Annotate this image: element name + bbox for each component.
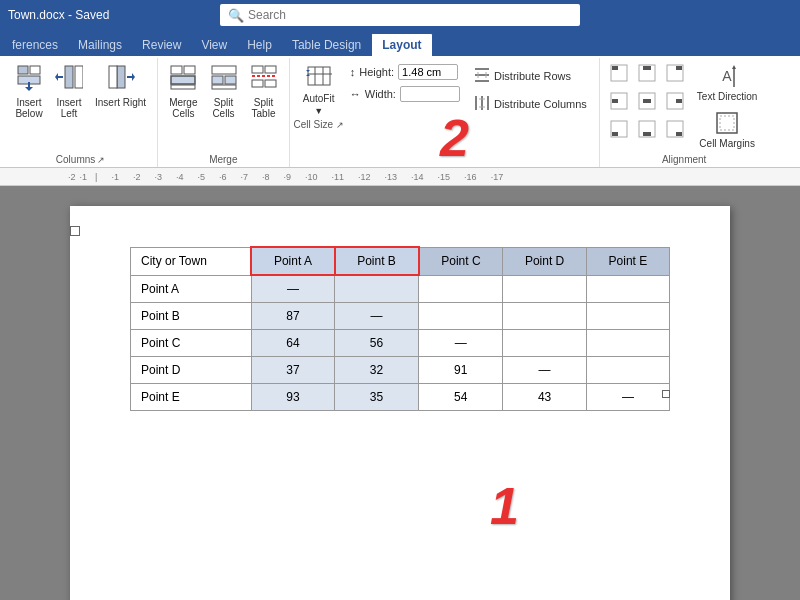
tab-bar: ferences Mailings Review View Help Table… <box>0 30 800 56</box>
svg-rect-64 <box>720 116 734 130</box>
table-cell[interactable]: 64 <box>251 330 334 357</box>
table-cell[interactable]: 37 <box>251 357 334 384</box>
merge-group-label: Merge <box>209 152 237 165</box>
table-row: Point A— <box>131 275 670 303</box>
insert-right-button[interactable]: Insert Right <box>90 60 151 111</box>
align-top-center[interactable] <box>634 60 660 86</box>
svg-rect-45 <box>643 66 651 70</box>
table-cell[interactable]: Point C <box>131 330 252 357</box>
table-resize-handle[interactable] <box>662 390 670 398</box>
cell-size-group-label: Cell Size ↗ <box>294 119 344 130</box>
height-label: Height: <box>359 66 394 78</box>
tab-view[interactable]: View <box>191 34 237 56</box>
table-cell[interactable] <box>503 275 587 303</box>
tab-layout[interactable]: Layout <box>371 33 432 56</box>
svg-rect-15 <box>171 76 195 84</box>
svg-rect-59 <box>676 132 682 136</box>
table-cell[interactable] <box>586 303 669 330</box>
table-cell[interactable]: 56 <box>335 330 419 357</box>
table-cell[interactable] <box>419 275 503 303</box>
merge-buttons: MergeCells SplitCells <box>164 60 282 152</box>
merge-cells-button[interactable]: MergeCells <box>164 60 202 122</box>
width-input[interactable] <box>400 86 460 102</box>
search-input[interactable] <box>248 8 572 22</box>
table-cell[interactable]: 43 <box>503 384 587 411</box>
table-row: Point B87— <box>131 303 670 330</box>
insert-left-button[interactable]: InsertLeft <box>50 60 88 122</box>
align-middle-center[interactable] <box>634 88 660 114</box>
table-cell[interactable]: 87 <box>251 303 334 330</box>
cell-margins-button[interactable]: Cell Margins <box>692 107 763 152</box>
align-middle-right[interactable] <box>662 88 688 114</box>
split-table-label: SplitTable <box>252 97 276 119</box>
tab-references[interactable]: ferences <box>2 34 68 56</box>
table-cell[interactable]: 32 <box>335 357 419 384</box>
table-cell[interactable] <box>503 303 587 330</box>
table-cell[interactable]: — <box>503 357 587 384</box>
table-cell[interactable]: — <box>586 384 669 411</box>
search-box[interactable]: 🔍 <box>220 4 580 26</box>
svg-rect-9 <box>117 66 125 88</box>
table-cell[interactable] <box>586 357 669 384</box>
svg-marker-12 <box>132 73 135 81</box>
table-cell[interactable]: — <box>251 275 334 303</box>
tab-mailings[interactable]: Mailings <box>68 34 132 56</box>
table-cell[interactable]: — <box>335 303 419 330</box>
distribute-rows-icon <box>474 67 490 85</box>
table-cell[interactable] <box>503 330 587 357</box>
svg-rect-53 <box>676 99 682 103</box>
tab-review[interactable]: Review <box>132 34 191 56</box>
table-cell[interactable]: Point A <box>131 275 252 303</box>
document-page: 1 City or Town Point A Point B Point C P… <box>70 206 730 600</box>
align-bottom-left[interactable] <box>606 116 632 142</box>
svg-text:A: A <box>722 68 732 84</box>
cell-size-expand-icon[interactable]: ↗ <box>336 120 344 130</box>
split-table-button[interactable]: SplitTable <box>245 60 283 122</box>
ruler-inner: ·2 ·1 | ·1 ·2 ·3 ·4 ·5 ·6 ·7 ·8 ·9 ·10 ·… <box>68 172 800 182</box>
distribute-rows-button[interactable]: Distribute Rows <box>470 64 591 88</box>
height-input[interactable] <box>398 64 458 80</box>
svg-rect-25 <box>265 80 276 87</box>
split-table-icon <box>250 63 278 95</box>
table-header-pointb[interactable]: Point B <box>335 247 419 275</box>
table-cell[interactable]: 93 <box>251 384 334 411</box>
table-header-pointa[interactable]: Point A <box>251 247 334 275</box>
svg-rect-24 <box>252 80 263 87</box>
table-move-handle[interactable] <box>70 226 80 236</box>
table-cell[interactable] <box>586 275 669 303</box>
table-cell[interactable] <box>419 303 503 330</box>
tab-table-design[interactable]: Table Design <box>282 34 371 56</box>
align-top-left[interactable] <box>606 60 632 86</box>
svg-rect-19 <box>225 76 236 84</box>
align-middle-left[interactable] <box>606 88 632 114</box>
table-cell[interactable]: 91 <box>419 357 503 384</box>
align-top-right[interactable] <box>662 60 688 86</box>
columns-expand-icon[interactable]: ↗ <box>97 155 105 165</box>
ribbon-group-merge: MergeCells SplitCells <box>158 58 289 167</box>
table-cell[interactable]: Point D <box>131 357 252 384</box>
width-row: ↔ Width: <box>350 86 460 102</box>
distribute-columns-button[interactable]: Distribute Columns <box>470 92 591 116</box>
insert-below-button[interactable]: InsertBelow <box>10 60 48 122</box>
autofit-button[interactable]: AutoFit ▼ <box>298 60 340 119</box>
tab-help[interactable]: Help <box>237 34 282 56</box>
table-header-pointe: Point E <box>586 247 669 275</box>
table-cell[interactable]: — <box>419 330 503 357</box>
table-cell[interactable]: Point B <box>131 303 252 330</box>
table-cell[interactable]: 54 <box>419 384 503 411</box>
svg-rect-5 <box>65 66 73 88</box>
table-cell[interactable] <box>586 330 669 357</box>
alignment-group-label: Alignment <box>662 152 706 165</box>
table-row: Point E93355443— <box>131 384 670 411</box>
split-cells-button[interactable]: SplitCells <box>205 60 243 122</box>
table-cell[interactable] <box>335 275 419 303</box>
align-row-3 <box>606 116 688 142</box>
align-bottom-center[interactable] <box>634 116 660 142</box>
text-direction-button[interactable]: A Text Direction <box>692 60 763 105</box>
table-header-pointd: Point D <box>503 247 587 275</box>
align-bottom-right[interactable] <box>662 116 688 142</box>
autofit-dropdown-icon[interactable]: ▼ <box>314 106 323 116</box>
table-cell[interactable]: Point E <box>131 384 252 411</box>
table-cell[interactable]: 35 <box>335 384 419 411</box>
autofit-icon <box>306 63 332 91</box>
